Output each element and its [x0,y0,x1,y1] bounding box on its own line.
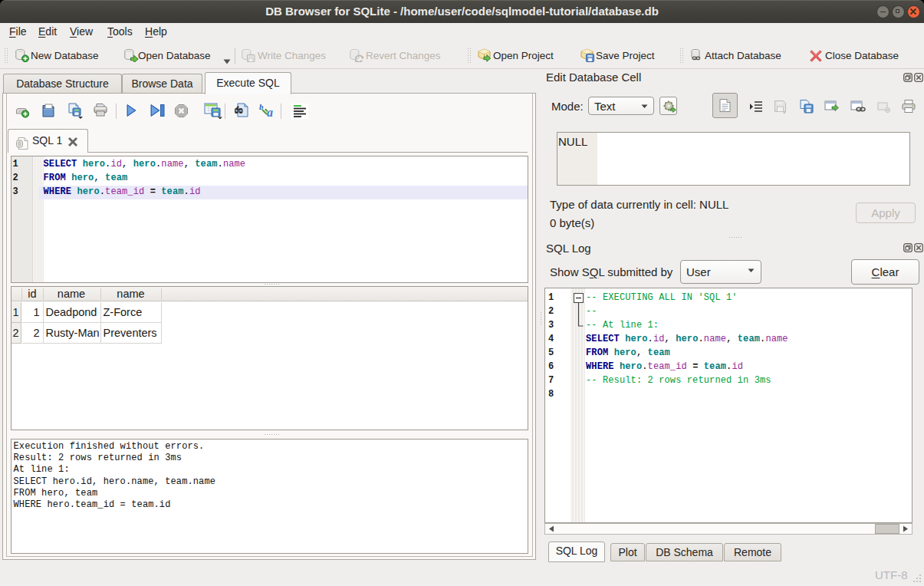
svg-text:a: a [267,106,273,119]
